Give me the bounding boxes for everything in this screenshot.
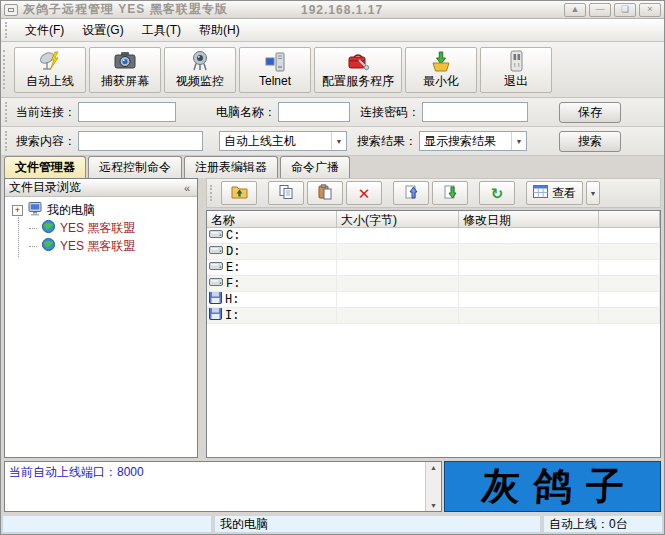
rollup-button[interactable]: ▲ (564, 3, 586, 17)
search-scope-select[interactable]: 自动上线主机 ▼ (219, 131, 347, 151)
password-label: 连接密码： (360, 104, 420, 121)
drive-row-f[interactable]: F: (207, 276, 660, 292)
floppy-drive-icon (209, 308, 222, 324)
webcam-icon (188, 50, 212, 72)
scroll-down-icon[interactable]: ▼ (430, 502, 437, 509)
panel-splitter[interactable] (198, 178, 206, 458)
upload-button[interactable] (393, 181, 429, 205)
drive-date (459, 292, 599, 308)
computer-name-label: 电脑名称： (216, 104, 276, 121)
toolbox-icon (346, 50, 370, 72)
minimize-to-tray-icon (429, 50, 453, 72)
hard-drive-icon (209, 276, 223, 292)
connection-row: 当前连接： 电脑名称： 连接密码： 保存 (1, 98, 664, 127)
drive-date (459, 228, 599, 244)
camera-icon (113, 50, 137, 72)
configure-server-label: 配置服务程序 (322, 73, 394, 90)
menu-tools[interactable]: 工具(T) (133, 20, 190, 41)
statusbar: 我的电脑 自动上线：0台 (1, 515, 664, 534)
telnet-button[interactable]: Telnet (239, 47, 311, 93)
tree-item-host-1[interactable]: YES 黑客联盟 (5, 219, 197, 237)
paste-button[interactable] (307, 181, 343, 205)
main-toolbar: 自动上线 捕获屏幕 (1, 42, 664, 98)
configure-server-button[interactable]: 配置服务程序 (314, 47, 402, 93)
drive-name: D: (226, 245, 240, 259)
close-button[interactable]: × (639, 3, 661, 17)
delete-button[interactable]: ✕ (346, 181, 382, 205)
drive-row-e[interactable]: E: (207, 260, 660, 276)
current-connection-input[interactable] (78, 102, 176, 122)
directory-tree-panel: 文件目录浏览 « + 我的电脑 (4, 178, 198, 458)
tree-item-host-2[interactable]: YES 黑客联盟 (5, 237, 197, 255)
satellite-lightning-icon (38, 50, 62, 72)
main-area: 文件目录浏览 « + 我的电脑 (1, 178, 664, 458)
system-menu-icon[interactable] (4, 4, 18, 16)
auto-online-button[interactable]: 自动上线 (14, 47, 86, 93)
save-button[interactable]: 保存 (559, 102, 621, 123)
connection-password-input[interactable] (422, 102, 528, 122)
tab-command-broadcast[interactable]: 命令广播 (280, 156, 350, 178)
drive-row-h[interactable]: H: (207, 292, 660, 308)
tabbar: 文件管理器 远程控制命令 注册表编辑器 命令广播 (1, 156, 664, 178)
tab-file-manager[interactable]: 文件管理器 (4, 156, 86, 178)
log-scrollbar[interactable]: ▲ ▼ (425, 462, 441, 511)
expand-icon[interactable]: + (12, 205, 23, 216)
telnet-label: Telnet (259, 74, 291, 88)
drive-name: C: (226, 229, 240, 243)
column-header-date[interactable]: 修改日期 (459, 211, 599, 228)
titlebar: 灰鸽子远程管理 YES 黑客联盟专版 192.168.1.17 ▲ — ❏ × (1, 1, 664, 19)
view-dropdown-button[interactable]: ▼ (586, 181, 600, 205)
drive-name: H: (225, 293, 239, 307)
drive-row-c[interactable]: C: (207, 228, 660, 244)
exit-button[interactable]: 退出 (480, 47, 552, 93)
drive-row-d[interactable]: D: (207, 244, 660, 260)
file-manager-panel: ✕ (206, 178, 661, 458)
drive-date (459, 276, 599, 292)
column-header-size[interactable]: 大小(字节) (337, 211, 459, 228)
tab-remote-control[interactable]: 远程控制命令 (88, 156, 182, 178)
search-result-select[interactable]: 显示搜索结果 ▼ (419, 131, 527, 151)
my-computer-icon (27, 201, 43, 220)
folder-up-button[interactable] (221, 181, 257, 205)
column-header-name[interactable]: 名称 (207, 211, 337, 228)
window-controls: ▲ — ❏ × (564, 3, 661, 17)
capture-screen-button[interactable]: 捕获屏幕 (89, 47, 161, 93)
exit-switch-icon (504, 50, 528, 72)
statusbar-left-panel (2, 515, 212, 533)
computer-name-input[interactable] (278, 102, 350, 122)
tree-item-my-computer[interactable]: + 我的电脑 (5, 201, 197, 219)
refresh-button[interactable]: ↻ (479, 181, 515, 205)
download-button[interactable] (432, 181, 468, 205)
titlebar-ip-address: 192.168.1.17 (301, 3, 383, 17)
menu-help[interactable]: 帮助(H) (190, 20, 249, 41)
scroll-up-icon[interactable]: ▲ (430, 464, 437, 471)
view-button[interactable]: 查看 (526, 181, 583, 205)
hard-drive-icon (209, 228, 223, 244)
menu-file[interactable]: 文件(F) (16, 20, 73, 41)
search-content-label: 搜索内容： (16, 133, 76, 150)
chevron-down-icon: ▼ (331, 132, 346, 150)
minimize-app-button[interactable]: 最小化 (405, 47, 477, 93)
collapse-panel-button[interactable]: « (181, 182, 193, 194)
search-result-value: 显示搜索结果 (424, 133, 496, 150)
tab-registry-editor[interactable]: 注册表编辑器 (184, 156, 278, 178)
log-row: 当前自动上线端口：8000 ▲ ▼ 灰鸽子 (1, 458, 664, 512)
minimize-button[interactable]: — (589, 3, 611, 17)
restore-button[interactable]: ❏ (614, 3, 636, 17)
tree-stub-line (29, 228, 37, 229)
copy-button[interactable] (268, 181, 304, 205)
drive-size (337, 308, 459, 324)
drive-size (337, 276, 459, 292)
search-button[interactable]: 搜索 (559, 131, 621, 152)
current-connection-label: 当前连接： (16, 104, 76, 121)
copy-icon (278, 184, 294, 203)
toolbar-grip (3, 50, 8, 89)
search-content-input[interactable] (78, 131, 203, 151)
drive-date (459, 260, 599, 276)
drive-size (337, 228, 459, 244)
video-monitor-button[interactable]: 视频监控 (164, 47, 236, 93)
drive-name: F: (226, 277, 240, 291)
drive-row-i[interactable]: I: (207, 308, 660, 324)
log-text: 当前自动上线端口：8000 (5, 462, 441, 483)
menu-settings[interactable]: 设置(G) (73, 20, 132, 41)
